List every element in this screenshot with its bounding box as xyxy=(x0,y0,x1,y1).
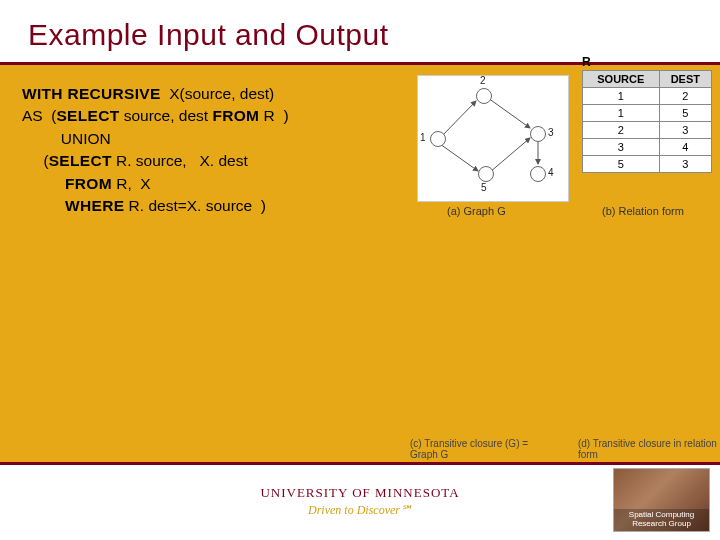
slide: Example Input and Output WITH RECURSIVE … xyxy=(0,0,720,540)
group-line2: Research Group xyxy=(632,519,691,528)
kw-where: WHERE xyxy=(65,197,124,214)
node-label: 3 xyxy=(548,127,554,138)
relation-label: R xyxy=(582,55,591,69)
sql-text: AS ( xyxy=(22,107,56,124)
sql-block: WITH RECURSIVE X(source, dest) AS (SELEC… xyxy=(0,65,407,218)
table-row: 53 xyxy=(583,156,712,173)
cell: 3 xyxy=(659,156,711,173)
footer-divider xyxy=(0,462,720,465)
graph-caption: (a) Graph G xyxy=(447,205,506,217)
group-line1: Spatial Computing xyxy=(629,510,694,519)
relation-caption: (b) Relation form xyxy=(602,205,684,217)
svg-line-2 xyxy=(488,98,530,128)
cell: 2 xyxy=(659,88,711,105)
kw-from: FROM xyxy=(65,175,112,192)
kw-from: FROM xyxy=(212,107,259,124)
graph-node xyxy=(530,126,546,142)
relation-table: SOURCE DEST 12 15 23 34 53 xyxy=(582,70,712,173)
relation-table-panel: SOURCE DEST 12 15 23 34 53 xyxy=(582,70,712,173)
col-source: SOURCE xyxy=(583,71,660,88)
table-row: 15 xyxy=(583,105,712,122)
sql-line-4: (SELECT R. source, X. dest xyxy=(22,150,397,172)
kw-select: SELECT xyxy=(56,107,119,124)
sql-text: X(source, dest) xyxy=(161,85,275,102)
cell: 4 xyxy=(659,139,711,156)
university-tagline: Driven to Discover℠ xyxy=(260,503,459,518)
graph-node xyxy=(476,88,492,104)
node-label: 4 xyxy=(548,167,554,178)
sql-text: R. dest=X. source ) xyxy=(124,197,266,214)
university-name: UNIVERSITY OF MINNESOTA xyxy=(260,485,459,501)
caption-d: (d) Transitive closure in relation form xyxy=(578,438,720,460)
node-label: 5 xyxy=(481,182,487,193)
table-row: 23 xyxy=(583,122,712,139)
graph-node xyxy=(530,166,546,182)
sql-line-5: FROM R, X xyxy=(22,173,397,195)
sql-line-1: WITH RECURSIVE X(source, dest) xyxy=(22,83,397,105)
graph-node xyxy=(478,166,494,182)
col-dest: DEST xyxy=(659,71,711,88)
sql-text xyxy=(22,175,65,192)
university-logo-text: UNIVERSITY OF MINNESOTA Driven to Discov… xyxy=(260,485,459,518)
group-logo-text: Spatial Computing Research Group xyxy=(614,509,709,531)
sql-text: R, X xyxy=(112,175,151,192)
cell: 5 xyxy=(583,156,660,173)
svg-line-3 xyxy=(490,138,530,172)
sql-text xyxy=(22,197,65,214)
sql-text: ( xyxy=(22,152,49,169)
table-header-row: SOURCE DEST xyxy=(583,71,712,88)
kw-select: SELECT xyxy=(49,152,112,169)
graph-node xyxy=(430,131,446,147)
group-logo: Spatial Computing Research Group xyxy=(613,468,710,532)
sql-text: R ) xyxy=(259,107,288,124)
table-row: 12 xyxy=(583,88,712,105)
cell: 5 xyxy=(659,105,711,122)
sql-line-3: UNION xyxy=(22,128,397,150)
figures: 1 2 3 4 5 (a) Graph G R SOURCE DEST 12 xyxy=(407,65,720,218)
graph-panel: 1 2 3 4 5 xyxy=(417,75,569,202)
sql-line-6: WHERE R. dest=X. source ) xyxy=(22,195,397,217)
cell: 3 xyxy=(659,122,711,139)
footer: UNIVERSITY OF MINNESOTA Driven to Discov… xyxy=(0,462,720,540)
slide-title: Example Input and Output xyxy=(28,18,692,52)
content-row: WITH RECURSIVE X(source, dest) AS (SELEC… xyxy=(0,65,720,218)
svg-line-0 xyxy=(440,101,476,138)
title-container: Example Input and Output xyxy=(0,0,720,65)
cell: 1 xyxy=(583,105,660,122)
node-label: 1 xyxy=(420,132,426,143)
kw-with-recursive: WITH RECURSIVE xyxy=(22,85,161,102)
sql-text: R. source, X. dest xyxy=(112,152,248,169)
cell: 3 xyxy=(583,139,660,156)
sql-line-2: AS (SELECT source, dest FROM R ) xyxy=(22,105,397,127)
svg-line-1 xyxy=(440,144,478,171)
bottom-captions: (c) Transitive closure (G) = Graph G (d)… xyxy=(410,438,720,460)
node-label: 2 xyxy=(480,75,486,86)
caption-c: (c) Transitive closure (G) = Graph G xyxy=(410,438,550,460)
table-row: 34 xyxy=(583,139,712,156)
sql-text: source, dest xyxy=(119,107,212,124)
cell: 2 xyxy=(583,122,660,139)
cell: 1 xyxy=(583,88,660,105)
